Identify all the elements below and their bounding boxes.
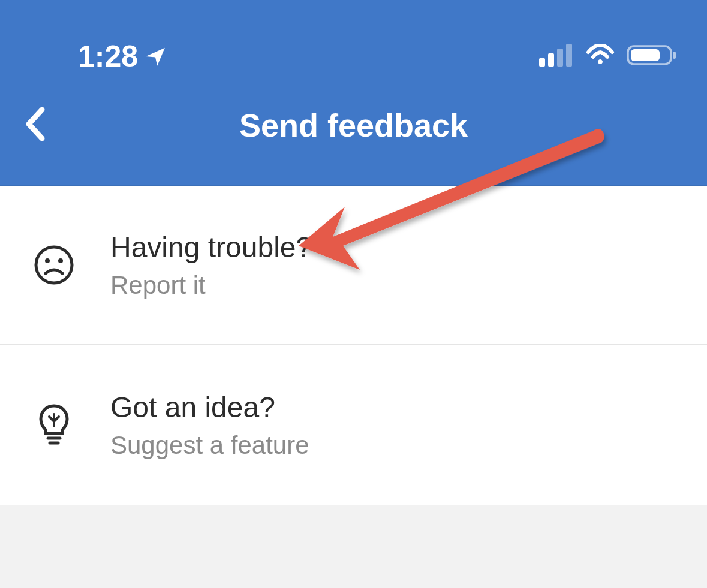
- option-suggest-feature[interactable]: Got an idea? Suggest a feature: [0, 345, 707, 505]
- option-title: Got an idea?: [110, 391, 309, 424]
- sad-face-icon: [34, 245, 74, 285]
- svg-rect-2: [557, 49, 563, 67]
- lightbulb-icon: [34, 403, 74, 447]
- svg-rect-3: [566, 44, 572, 67]
- option-text: Got an idea? Suggest a feature: [110, 391, 309, 460]
- battery-icon: [627, 44, 677, 69]
- svg-rect-0: [539, 58, 545, 67]
- status-bar-left: 1:28: [78, 39, 167, 74]
- page-title: Send feedback: [24, 107, 683, 144]
- header: 1:28: [0, 0, 707, 186]
- location-services-icon: [144, 45, 167, 68]
- status-time: 1:28: [78, 39, 138, 74]
- option-text: Having trouble? Report it: [110, 231, 312, 300]
- cellular-signal-icon: [539, 44, 574, 69]
- svg-rect-5: [673, 52, 676, 59]
- status-bar-right: [539, 44, 677, 69]
- content-area: Having trouble? Report it Got an idea? S…: [0, 186, 707, 505]
- option-subtitle: Report it: [110, 271, 312, 300]
- svg-rect-6: [631, 49, 660, 61]
- svg-point-7: [36, 247, 72, 283]
- nav-bar: Send feedback: [0, 74, 707, 144]
- back-button[interactable]: [24, 105, 47, 146]
- option-subtitle: Suggest a feature: [110, 431, 309, 460]
- status-bar: 1:28: [0, 0, 707, 74]
- svg-point-8: [45, 258, 50, 263]
- svg-point-9: [58, 258, 63, 263]
- option-title: Having trouble?: [110, 231, 312, 264]
- option-report-trouble[interactable]: Having trouble? Report it: [0, 186, 707, 345]
- svg-rect-1: [548, 53, 554, 67]
- wifi-icon: [585, 44, 616, 69]
